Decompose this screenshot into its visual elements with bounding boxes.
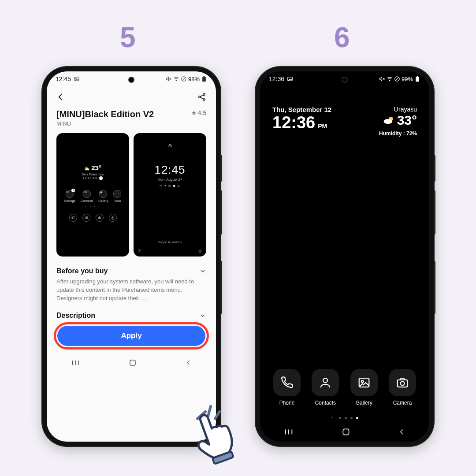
svg-point-1 [75,78,76,79]
weather-icon [383,115,394,125]
nav-back-button[interactable] [398,428,405,436]
preview-lock-time: 12:45 [154,163,185,177]
lock-icon [168,143,172,148]
theme-title: [MINU]Black Edition V2 [56,109,154,119]
svg-line-6 [182,77,186,81]
phone-mockup-5: 12:45 98% [MINU]Black Edition V2 4.5 [42,67,220,446]
svg-rect-15 [169,145,171,147]
svg-line-12 [201,95,204,97]
svg-rect-42 [212,451,234,464]
widget-date: Thu, September 12 [272,106,331,113]
home-button[interactable] [129,359,137,367]
widget-time: 12:36PM [272,113,331,132]
svg-rect-19 [130,360,135,365]
before-you-buy-title: Before you buy [56,267,108,275]
svg-point-34 [401,382,405,386]
clock-weather-widget[interactable]: Thu, September 12 12:36PM Urayasu 33° Hu… [260,86,429,137]
camera-punch-hole [342,77,348,83]
image-icon [287,76,293,82]
preview-temp: 23° [91,164,101,171]
phone-mockup-6: 12:36 99% Thu, September 12 12:36PM [256,67,434,446]
wifi-icon [387,76,393,82]
home-dock: Phone Contacts Gallery Camera [260,369,429,412]
widget-temperature: 33° [379,113,417,128]
svg-line-13 [201,97,204,99]
call-shortcut-icon: ✆ [138,249,141,253]
share-button[interactable] [197,93,206,101]
step-number-6: 6 [334,21,350,54]
android-navbar[interactable] [47,353,216,372]
svg-rect-8 [203,76,205,77]
app-gallery[interactable]: Gallery [350,369,378,406]
page-indicator[interactable]: ≡ [260,412,429,422]
status-time: 12:36 [269,75,284,82]
recents-button[interactable] [284,428,294,435]
mute-icon [166,76,172,82]
battery-text: 99% [402,76,413,82]
svg-rect-26 [416,77,419,82]
camera-shortcut-icon: ◎ [198,249,202,253]
highlight-ring: Apply [54,322,209,350]
chevron-down-icon [199,268,206,275]
svg-point-4 [176,80,177,81]
camera-punch-hole [128,77,134,83]
no-signal-icon [181,76,187,82]
battery-text: 98% [188,76,200,82]
theme-author[interactable]: MINU [47,119,216,131]
before-you-buy-body: After upgrading your system software, yo… [47,276,216,305]
recents-button[interactable] [71,359,80,366]
status-bar: 12:36 99% [260,71,429,86]
app-camera[interactable]: Camera [389,369,416,406]
before-you-buy-toggle[interactable]: Before you buy [47,261,216,276]
gallery-icon [357,376,371,389]
battery-icon [201,76,207,82]
nav-back-button[interactable] [186,359,192,367]
phone-icon [280,376,294,389]
swipe-hint: Swipe to unlock [157,240,182,244]
svg-rect-27 [416,76,418,77]
svg-point-23 [389,80,390,81]
app-label: Camera [393,400,412,406]
widget-location: Urayasu [379,106,417,113]
back-button[interactable] [56,93,65,101]
app-label: Gallery [356,400,372,406]
home-button[interactable] [342,428,350,436]
preview-subtime: 12:45 AM [82,176,97,180]
camera-icon [396,376,409,389]
wifi-icon [173,76,179,82]
description-toggle[interactable]: Description [47,305,216,320]
svg-point-32 [361,380,364,383]
image-icon [74,76,80,82]
svg-rect-7 [202,77,206,82]
mute-icon [379,76,385,82]
contacts-icon [319,376,332,389]
preview-lock-date: Mon, August 27 [158,178,182,182]
apply-button[interactable]: Apply [57,326,205,346]
preview-lock[interactable]: 12:45 Mon, August 27 ✂ ✦ ✉ ⬣ ⚠ Swipe to … [134,133,206,257]
chevron-down-icon [199,312,206,319]
app-contacts[interactable]: Contacts [312,369,339,406]
status-time: 12:45 [56,75,71,82]
svg-line-25 [395,77,399,81]
svg-point-30 [323,378,327,383]
app-label: Phone [279,400,295,406]
app-label: Contacts [315,400,336,406]
battery-icon [414,76,420,82]
step-number-5: 5 [120,21,136,54]
theme-previews[interactable]: ⛅ 23° San Francisco 12:45 AM 🕐 ⚙1Setting… [47,131,216,261]
svg-rect-33 [398,380,408,387]
android-navbar[interactable] [260,422,429,442]
app-phone[interactable]: Phone [273,369,301,406]
star-icon [191,110,197,115]
preview-home[interactable]: ⛅ 23° San Francisco 12:45 AM 🕐 ⚙1Setting… [56,133,129,257]
svg-marker-14 [192,111,196,115]
svg-point-29 [383,119,392,124]
preview-location: San Francisco [82,172,104,176]
description-title: Description [56,312,95,320]
status-bar: 12:45 98% [47,71,216,86]
theme-rating[interactable]: 4.5 [191,109,206,116]
svg-rect-38 [343,429,349,435]
widget-humidity: Humidity : 72% [379,130,417,137]
apps-indicator-icon: ≡ [331,416,334,420]
no-signal-icon [394,76,400,82]
